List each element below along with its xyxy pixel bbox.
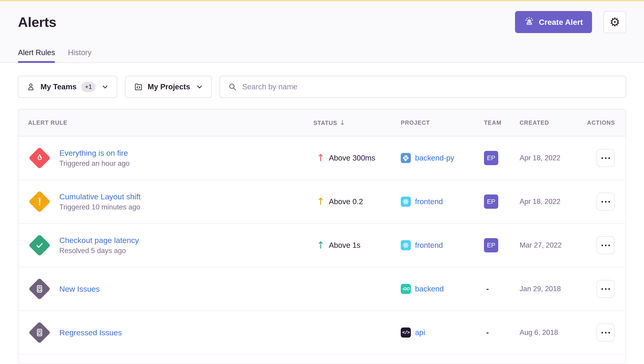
column-header-alert-rule: Alert Rule	[18, 120, 313, 126]
issues-stack-icon	[34, 284, 45, 294]
resolved-alert-icon	[28, 234, 51, 257]
alert-rule-link[interactable]: Everything is on fire	[59, 148, 130, 158]
projects-filter-label: My Projects	[148, 82, 190, 91]
exclamation-icon: !	[38, 196, 41, 207]
projects-filter-button[interactable]: My Projects	[125, 76, 212, 98]
actions-cell	[586, 236, 626, 254]
column-header-project: Project	[401, 120, 484, 126]
actions-cell	[586, 280, 626, 298]
team-avatar: EP	[484, 194, 498, 209]
created-date: Apr 18, 2022	[520, 154, 586, 162]
page-header: Alerts Create Alert ⚙ Alert Rules Histor	[0, 2, 644, 63]
created-date: Mar 27, 2022	[520, 241, 586, 250]
table-row: Checkout page latency Resolved 5 days ag…	[18, 224, 626, 267]
issues-stack-icon	[34, 327, 45, 338]
siren-icon	[524, 16, 534, 28]
project-cell: backend-py	[401, 153, 484, 163]
alert-rule-subtitle: Triggered an hour ago	[59, 160, 130, 168]
project-cell: </> api	[401, 328, 484, 338]
project-link[interactable]: frontend	[415, 241, 443, 250]
alert-rule-cell: New Issues	[18, 278, 313, 300]
project-cell: frontend	[401, 240, 484, 250]
row-actions-button[interactable]	[597, 193, 614, 210]
go-platform-icon: -GO	[401, 284, 411, 294]
project-code-icon	[134, 82, 143, 92]
partial-next-row	[18, 354, 626, 364]
status-cell: ↑ Above 0.2	[313, 197, 401, 206]
alert-rule-subtitle: Resolved 5 days ago	[59, 247, 139, 255]
sort-descending-icon: ↓	[340, 119, 346, 126]
main-content: My Teams +1 My Projects Alert Rule Statu…	[0, 63, 644, 364]
row-actions-button[interactable]	[597, 324, 614, 342]
tab-alert-rules[interactable]: Alert Rules	[18, 48, 55, 62]
arrow-up-icon: ↑	[317, 153, 325, 163]
team-none: -	[484, 284, 489, 293]
table-row: ! Cumulative Layout shift Triggered 10 m…	[18, 180, 626, 224]
team-cell: -	[484, 284, 520, 293]
actions-cell	[586, 324, 626, 342]
warning-alert-icon: !	[28, 190, 51, 213]
team-cell: EP	[484, 151, 520, 165]
status-text: Above 300ms	[329, 154, 375, 162]
ellipsis-icon	[601, 244, 603, 246]
tab-history[interactable]: History	[68, 48, 92, 62]
alert-rule-cell: ! Cumulative Layout shift Triggered 10 m…	[18, 190, 313, 213]
arrow-up-icon: ↑	[317, 197, 325, 206]
ellipsis-icon	[601, 157, 603, 159]
column-header-created: Created	[520, 120, 586, 126]
status-cell: ↑ Above 300ms	[313, 153, 401, 163]
project-link[interactable]: backend-py	[415, 154, 454, 162]
alert-rule-subtitle: Triggered 10 minutes ago	[59, 203, 140, 211]
alert-rule-cell: Checkout page latency Resolved 5 days ag…	[18, 234, 313, 257]
column-header-status[interactable]: Status↓	[313, 119, 401, 126]
status-cell: ↑ Above 1s	[313, 240, 401, 250]
create-alert-button[interactable]: Create Alert	[515, 11, 592, 33]
created-date: Apr 18, 2022	[520, 198, 586, 206]
issue-alert-icon	[28, 278, 51, 300]
settings-button[interactable]: ⚙	[603, 11, 626, 33]
filter-bar: My Teams +1 My Projects	[18, 76, 626, 98]
python-platform-icon	[401, 153, 411, 163]
search-input[interactable]	[242, 82, 618, 91]
project-link[interactable]: api	[415, 328, 425, 337]
ellipsis-icon	[601, 201, 603, 202]
issue-alert-icon	[28, 321, 51, 344]
actions-cell	[586, 149, 626, 167]
ellipsis-icon	[601, 332, 603, 334]
page-title: Alerts	[18, 14, 56, 30]
table-header-row: Alert Rule Status↓ Project Team Created …	[18, 109, 626, 136]
alert-rule-link[interactable]: Checkout page latency	[59, 236, 139, 245]
row-actions-button[interactable]	[597, 149, 614, 167]
status-text: Above 1s	[329, 241, 360, 250]
tab-bar: Alert Rules History	[18, 48, 626, 62]
alert-rule-link[interactable]: Cumulative Layout shift	[59, 192, 140, 201]
teams-filter-button[interactable]: My Teams +1	[18, 76, 117, 98]
row-actions-button[interactable]	[597, 280, 614, 298]
created-date: Aug 6, 2018	[520, 328, 586, 337]
ellipsis-icon	[601, 288, 603, 290]
search-field[interactable]	[220, 76, 626, 98]
alert-rule-link[interactable]: Regressed Issues	[59, 328, 122, 337]
checkmark-icon	[34, 240, 45, 250]
project-cell: -GO backend	[401, 284, 484, 294]
project-link[interactable]: backend	[415, 284, 444, 293]
project-link[interactable]: frontend	[415, 197, 443, 206]
table-row: Everything is on fire Triggered an hour …	[18, 136, 626, 180]
row-actions-button[interactable]	[597, 236, 614, 254]
created-date: Jan 29, 2018	[520, 285, 586, 293]
table-row: Regressed Issues </> api - Aug 6, 2018	[18, 311, 626, 354]
team-avatar: EP	[484, 238, 498, 252]
column-header-actions: Actions	[586, 120, 626, 126]
react-platform-icon	[401, 240, 411, 250]
code-platform-icon: </>	[401, 328, 411, 338]
alert-rule-link[interactable]: New Issues	[59, 284, 100, 294]
alert-rule-cell: Regressed Issues	[18, 321, 313, 344]
team-cell: -	[484, 328, 520, 337]
gear-icon: ⚙	[609, 16, 620, 28]
table-row: New Issues -GO backend - Jan 29, 2018	[18, 267, 626, 311]
team-cell: EP	[484, 238, 520, 252]
team-cell: EP	[484, 194, 520, 209]
chevron-down-icon	[196, 83, 203, 90]
create-alert-label: Create Alert	[539, 18, 583, 27]
critical-alert-icon	[28, 146, 51, 170]
